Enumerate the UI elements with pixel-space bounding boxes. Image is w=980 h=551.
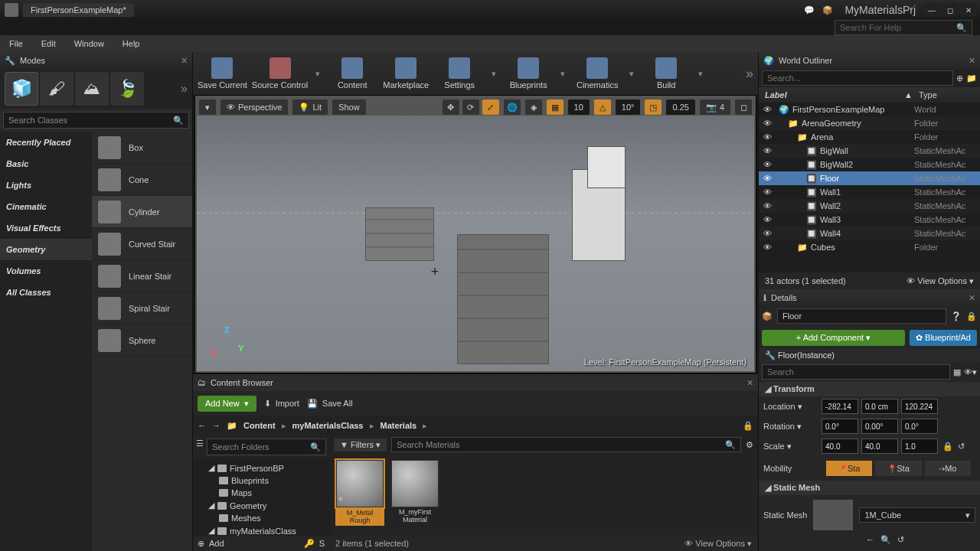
static-mesh-section[interactable]: ◢ Static Mesh <box>759 481 980 495</box>
toolbar-dropdown[interactable]: ▾ <box>557 54 568 93</box>
minimize-button[interactable]: — <box>923 3 940 17</box>
toolbar-settings[interactable]: Settings <box>435 54 484 93</box>
outliner-row[interactable]: 👁🔲Wall4StaticMeshAc <box>759 227 980 240</box>
component-instance[interactable]: 🔧 Floor(Instance) <box>759 349 980 362</box>
visibility-icon[interactable]: 👁 <box>762 201 773 210</box>
visibility-icon[interactable]: 👁 <box>762 146 773 155</box>
category-all-classes[interactable]: All Classes <box>0 282 92 303</box>
search-help-input[interactable]: Search For Help🔍 <box>835 20 972 35</box>
toolbar-source-control[interactable]: Source Control <box>252 54 308 93</box>
outliner-row[interactable]: 👁🌍FirstPersonExampleMapWorld <box>759 103 980 116</box>
transform-section[interactable]: ◢ Transform <box>759 382 980 396</box>
add-new-button[interactable]: Add New ▾ <box>198 396 256 412</box>
matrix-view-icon[interactable]: ▦ <box>953 367 961 377</box>
place-item-box[interactable]: Box <box>92 132 192 164</box>
outliner-row[interactable]: 👁🔲Wall2StaticMeshAc <box>759 199 980 213</box>
nav-back-icon[interactable]: ← <box>198 421 206 430</box>
scale-y[interactable] <box>861 439 898 454</box>
rotate-gizmo[interactable]: ⟳ <box>462 99 480 116</box>
grid-snap-toggle[interactable]: ▦ <box>546 99 564 116</box>
mobility-static[interactable]: 📍 Sta <box>826 461 872 476</box>
s-icon[interactable]: 🔑 <box>304 539 315 549</box>
toolbar-scroll-icon[interactable]: » <box>746 66 753 82</box>
close-panel-icon[interactable]: ✕ <box>969 293 975 303</box>
viewport-options[interactable]: ▾ <box>198 99 217 116</box>
viewport[interactable]: + Z Y X Level: FirstPersonExampleMap (Pe… <box>197 116 754 371</box>
menu-window[interactable]: Window <box>65 35 113 52</box>
outliner-row[interactable]: 👁📁ArenaGeometryFolder <box>759 116 980 130</box>
document-tab[interactable]: FirstPersonExampleMap* <box>23 3 134 17</box>
category-recently-placed[interactable]: Recently Placed <box>0 132 92 153</box>
grid-snap-value[interactable]: 10 <box>567 99 590 116</box>
box-icon[interactable]: 📦 <box>820 2 835 18</box>
reset-icon[interactable]: ↺ <box>897 535 904 545</box>
place-item-spiral-stair[interactable]: Spiral Stair <box>92 292 192 324</box>
toolbar-dropdown[interactable]: ▾ <box>488 54 499 93</box>
visibility-icon[interactable]: 👁 <box>762 160 773 169</box>
search-folders-input[interactable]: Search Folders🔍 <box>207 439 326 455</box>
category-volumes[interactable]: Volumes <box>0 260 92 282</box>
outliner-search-input[interactable] <box>762 70 953 86</box>
tree-item[interactable]: Maps <box>193 487 331 499</box>
expand-icon[interactable]: » <box>181 82 188 96</box>
outliner-row[interactable]: 👁🔲Wall3StaticMeshAc <box>759 213 980 227</box>
place-item-cylinder[interactable]: Cylinder <box>92 196 192 228</box>
settings-icon[interactable]: ⚙ <box>746 440 753 450</box>
toolbar-content[interactable]: Content <box>328 54 377 93</box>
close-panel-icon[interactable]: ✕ <box>746 378 753 388</box>
close-button[interactable]: ✕ <box>960 3 977 17</box>
lock-scale-icon[interactable]: 🔒 <box>942 442 953 452</box>
menu-edit[interactable]: Edit <box>32 35 65 52</box>
tree-item[interactable]: Meshes <box>193 512 331 524</box>
visibility-icon[interactable]: 👁 <box>762 132 773 142</box>
toolbar-build[interactable]: Build <box>642 54 691 93</box>
maximize-button[interactable]: ◻ <box>942 3 959 17</box>
mesh-thumbnail[interactable] <box>813 500 853 530</box>
lock-icon[interactable]: 🔒 <box>966 311 977 321</box>
scale-x[interactable] <box>822 439 858 454</box>
show-button[interactable]: Show <box>332 99 367 116</box>
toolbar-cinematics[interactable]: Cinematics <box>573 54 622 93</box>
actor-name-input[interactable] <box>777 308 946 324</box>
place-item-sphere[interactable]: Sphere <box>92 324 192 357</box>
outliner-row[interactable]: 👁📁CubesFolder <box>759 240 980 254</box>
new-folder-icon[interactable]: 📁 <box>966 73 977 83</box>
scale-snap-value[interactable]: 0.25 <box>665 99 695 116</box>
category-basic[interactable]: Basic <box>0 153 92 174</box>
toolbar-save-current[interactable]: Save Current <box>198 54 247 93</box>
place-mode-icon[interactable]: 🧊 <box>5 72 38 106</box>
location-x[interactable] <box>822 399 858 414</box>
camera-speed[interactable]: 📷 4 <box>699 99 731 116</box>
menu-file[interactable]: File <box>0 35 32 52</box>
category-lights[interactable]: Lights <box>0 174 92 196</box>
details-search-input[interactable] <box>762 364 950 380</box>
close-panel-icon[interactable]: ✕ <box>969 56 975 66</box>
visibility-icon[interactable]: 👁 <box>762 215 773 224</box>
angle-snap-toggle[interactable]: △ <box>593 99 612 116</box>
chat-icon[interactable]: 💬 <box>802 2 817 18</box>
category-cinematic[interactable]: Cinematic <box>0 196 92 217</box>
filters-button[interactable]: ▼ Filters ▾ <box>334 439 387 452</box>
surface-snap[interactable]: ◈ <box>524 99 543 116</box>
search-assets-input[interactable]: Search Materials🔍 <box>391 437 741 452</box>
use-selected-icon[interactable]: ← <box>866 535 874 545</box>
visibility-icon[interactable]: 👁 <box>762 105 773 114</box>
toolbar-dropdown[interactable]: ▾ <box>695 54 706 93</box>
location-y[interactable] <box>861 399 898 414</box>
toolbar-dropdown[interactable]: ▾ <box>312 54 323 93</box>
category-geometry[interactable]: Geometry <box>0 239 92 260</box>
view-options-button[interactable]: 👁 View Options ▾ <box>906 276 974 286</box>
toolbar-marketplace[interactable]: Marketplace <box>381 54 430 93</box>
tree-item[interactable]: Blueprints <box>193 474 331 487</box>
outliner-row[interactable]: 👁🔲BigWall2StaticMeshAc <box>759 158 980 171</box>
toolbar-blueprints[interactable]: Blueprints <box>504 54 553 93</box>
nav-fwd-icon[interactable]: → <box>212 421 220 430</box>
add-collection-icon[interactable]: ⊕ <box>198 539 204 549</box>
location-z[interactable] <box>901 399 938 414</box>
eye-icon[interactable]: 👁▾ <box>964 367 977 377</box>
visibility-icon[interactable]: 👁 <box>762 187 773 197</box>
rotation-y[interactable] <box>861 419 898 434</box>
scale-z[interactable] <box>901 439 938 454</box>
search-classes-input[interactable]: Search Classes🔍 <box>3 112 189 129</box>
label-column[interactable]: Label <box>765 90 898 99</box>
